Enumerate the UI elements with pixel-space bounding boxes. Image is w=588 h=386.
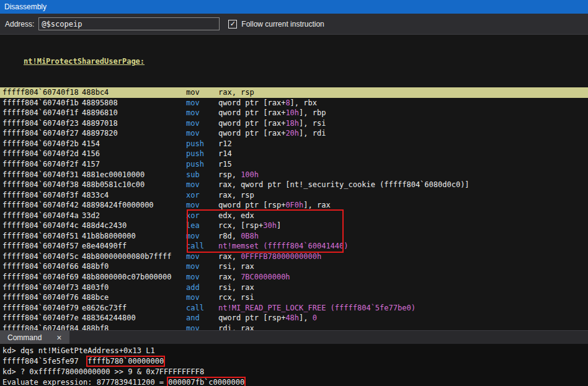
instruction-address: fffff804`60740f3f bbox=[0, 190, 82, 201]
instruction-address: fffff804`60740f51 bbox=[0, 231, 82, 242]
instruction-bytes: e8e40490ff bbox=[82, 241, 186, 252]
annotation-red-box-inline: ffffb780`00000000 bbox=[87, 357, 164, 366]
instruction-mnemonic: push bbox=[186, 149, 218, 159]
instruction-bytes: 488b0581c10c00 bbox=[82, 180, 186, 190]
instruction-mnemonic: push bbox=[186, 159, 218, 170]
instruction-bytes: 48b80000000080b7ffff bbox=[82, 252, 186, 262]
instruction-mnemonic: mov bbox=[186, 200, 218, 211]
toolbar: Address: ✓ Follow current instruction bbox=[0, 14, 588, 35]
disasm-row[interactable]: fffff804`60740f2348897018movqword ptr [r… bbox=[0, 118, 588, 129]
instruction-mnemonic: mov bbox=[186, 118, 218, 129]
instruction-operands: rsp, 100h bbox=[218, 170, 588, 180]
instruction-operands: r15 bbox=[218, 159, 588, 170]
instruction-mnemonic: add bbox=[186, 283, 218, 293]
title-bar[interactable]: Disassembly bbox=[0, 0, 588, 14]
instruction-operands: qword ptr [rsp+48h], 0 bbox=[218, 313, 588, 323]
instruction-bytes: 488bc4 bbox=[82, 87, 186, 98]
instruction-address: fffff804`60740f2d bbox=[0, 149, 82, 159]
instruction-address: fffff804`60740f69 bbox=[0, 272, 82, 283]
instruction-operands: rdi, rax bbox=[218, 323, 588, 330]
instruction-operands: rcx, [rsp+30h] bbox=[218, 221, 588, 231]
command-line: kd> dqs nt!MiGetPteAddress+0x13 L1 bbox=[2, 346, 588, 356]
instruction-bytes: 48895808 bbox=[82, 98, 186, 108]
follow-checkbox[interactable]: ✓ bbox=[228, 20, 237, 29]
disasm-row[interactable]: fffff804`60740f2b4154pushr12 bbox=[0, 139, 588, 149]
instruction-address: fffff804`60740f4a bbox=[0, 211, 82, 221]
disasm-row[interactable]: fffff804`60740f84488bf8movrdi, rax bbox=[0, 323, 588, 330]
instruction-mnemonic: call bbox=[186, 241, 218, 252]
disasm-row[interactable]: fffff804`60740f6948b8000000c07b000000mov… bbox=[0, 272, 588, 283]
checkmark-icon: ✓ bbox=[230, 20, 236, 27]
instruction-operands: nt!MI_READ_PTE_LOCK_FREE (fffff804`5fe77… bbox=[218, 303, 588, 314]
instruction-mnemonic: lea bbox=[186, 221, 218, 231]
instruction-operands: rsi, rax bbox=[218, 283, 588, 293]
instruction-address: fffff804`60740f31 bbox=[0, 170, 82, 180]
instruction-operands: r14 bbox=[218, 149, 588, 159]
disasm-row[interactable]: fffff804`60740f4c488d4c2430learcx, [rsp+… bbox=[0, 221, 588, 231]
instruction-address: fffff804`60740f27 bbox=[0, 128, 82, 139]
instruction-operands: qword ptr [rax+8], rbx bbox=[218, 98, 588, 108]
disasm-row[interactable]: fffff804`60740f2d4156pushr14 bbox=[0, 149, 588, 159]
annotation-red-box-inline: 000007fb`c0000000 bbox=[168, 378, 244, 386]
function-label: nt!MiProtectSharedUserPage: bbox=[0, 56, 588, 67]
instruction-mnemonic: mov bbox=[186, 87, 218, 98]
disasm-row[interactable]: fffff804`60740f18488bc4movrax, rsp bbox=[0, 87, 588, 98]
instruction-bytes: 4154 bbox=[82, 139, 186, 149]
disasm-row[interactable]: fffff804`60740f2f4157pushr15 bbox=[0, 159, 588, 170]
instruction-address: fffff804`60740f76 bbox=[0, 292, 82, 303]
disasm-row[interactable]: fffff804`60740f5141b8b8000000movr8d, 0B8… bbox=[0, 231, 588, 242]
disasm-row[interactable]: fffff804`60740f1f48896810movqword ptr [r… bbox=[0, 108, 588, 118]
instruction-bytes: 488bf8 bbox=[82, 323, 186, 330]
instruction-mnemonic: mov bbox=[186, 323, 218, 330]
instruction-mnemonic: mov bbox=[186, 292, 218, 303]
disasm-rows: fffff804`60740f18488bc4movrax, rspfffff8… bbox=[0, 87, 588, 330]
instruction-operands: nt!memset (fffff804`60041440) bbox=[218, 241, 588, 252]
disasm-row[interactable]: fffff804`60740f38488b0581c10c00movrax, q… bbox=[0, 180, 588, 190]
close-icon[interactable]: × bbox=[56, 333, 61, 343]
tab-command[interactable]: Command × bbox=[0, 331, 69, 344]
instruction-bytes: 41b8b8000000 bbox=[82, 231, 186, 242]
instruction-address: fffff804`60740f4c bbox=[0, 221, 82, 231]
address-input[interactable] bbox=[38, 17, 220, 30]
instruction-bytes: 48896810 bbox=[82, 108, 186, 118]
disasm-row[interactable]: fffff804`60740f734803f0addrsi, rax bbox=[0, 283, 588, 293]
instruction-operands: rsi, rax bbox=[218, 261, 588, 272]
address-label: Address: bbox=[5, 20, 34, 29]
instruction-address: fffff804`60740f18 bbox=[0, 87, 82, 98]
disasm-row[interactable]: fffff804`60740f1b48895808movqword ptr [r… bbox=[0, 98, 588, 108]
disasm-row[interactable]: fffff804`60740f7e488364244800andqword pt… bbox=[0, 313, 588, 323]
instruction-address: fffff804`60740f5c bbox=[0, 252, 82, 262]
instruction-mnemonic: xor bbox=[186, 211, 218, 221]
disasm-row[interactable]: fffff804`60740f79e8626c73ffcallnt!MI_REA… bbox=[0, 303, 588, 314]
instruction-address: fffff804`60740f57 bbox=[0, 241, 82, 252]
instruction-mnemonic: mov bbox=[186, 231, 218, 242]
disasm-row[interactable]: fffff804`60740f57e8e40490ffcallnt!memset… bbox=[0, 241, 588, 252]
disasm-row[interactable]: fffff804`60740f3f4833c4xorrax, rsp bbox=[0, 190, 588, 201]
disasm-row[interactable]: fffff804`60740f314881ec00010000subrsp, 1… bbox=[0, 170, 588, 180]
disasm-row[interactable]: fffff804`60740f4248898424f0000000movqwor… bbox=[0, 200, 588, 211]
instruction-bytes: 488bce bbox=[82, 292, 186, 303]
command-line: Evaluate expression: 8777839411200 = 000… bbox=[2, 377, 588, 386]
instruction-mnemonic: and bbox=[186, 313, 218, 323]
instruction-address: fffff804`60740f42 bbox=[0, 200, 82, 211]
instruction-address: fffff804`60740f1b bbox=[0, 98, 82, 108]
instruction-address: fffff804`60740f2b bbox=[0, 139, 82, 149]
disasm-row[interactable]: fffff804`60740f76488bcemovrcx, rsi bbox=[0, 292, 588, 303]
instruction-bytes: 4803f0 bbox=[82, 283, 186, 293]
instruction-address: fffff804`60740f23 bbox=[0, 118, 82, 129]
instruction-address: fffff804`60740f79 bbox=[0, 303, 82, 314]
instruction-bytes: 488d4c2430 bbox=[82, 221, 186, 231]
disasm-row[interactable]: fffff804`60740f66488bf0movrsi, rax bbox=[0, 261, 588, 272]
window-title: Disassembly bbox=[4, 2, 47, 11]
instruction-address: fffff804`60740f73 bbox=[0, 283, 82, 293]
disasm-row[interactable]: fffff804`60740f5c48b80000000080b7ffffmov… bbox=[0, 252, 588, 262]
instruction-address: fffff804`60740f38 bbox=[0, 180, 82, 190]
instruction-bytes: 48898424f0000000 bbox=[82, 200, 186, 211]
command-line: fffff804`5fe5fe97 ffffb780`00000000 bbox=[2, 356, 588, 367]
instruction-mnemonic: mov bbox=[186, 108, 218, 118]
command-output: kd> dqs nt!MiGetPteAddress+0x13 L1fffff8… bbox=[0, 344, 588, 386]
disasm-row[interactable]: fffff804`60740f4a33d2xoredx, edx bbox=[0, 211, 588, 221]
instruction-operands: rax, 0FFFFB78000000000h bbox=[218, 252, 588, 262]
disasm-row[interactable]: fffff804`60740f2748897820movqword ptr [r… bbox=[0, 128, 588, 139]
instruction-mnemonic: mov bbox=[186, 180, 218, 190]
